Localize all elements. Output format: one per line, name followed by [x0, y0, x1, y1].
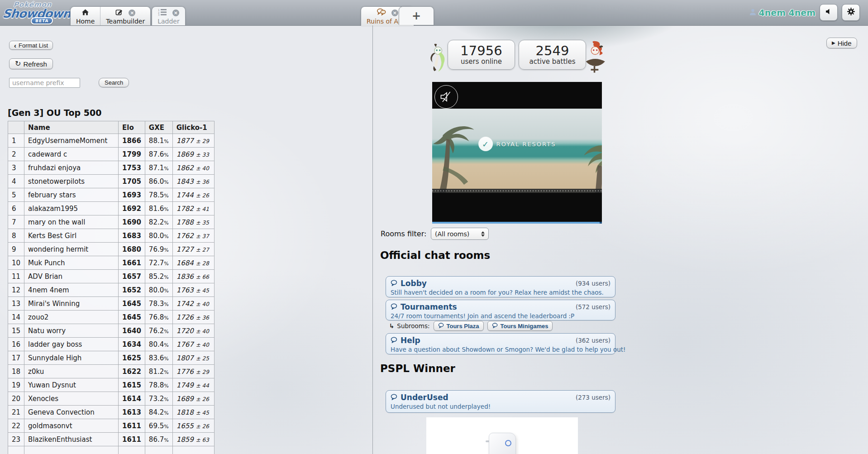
chat-bubble-icon [391, 279, 398, 288]
advertisement-image[interactable] [426, 417, 578, 454]
hide-button[interactable]: ▶ Hide [826, 38, 857, 48]
refresh-label: Refresh [23, 60, 47, 68]
rooms-filter-select[interactable]: (All rooms) [431, 228, 489, 240]
close-icon[interactable]: × [129, 10, 135, 16]
glicko-cell: 1742 ± 40 [172, 297, 214, 311]
rank-cell: 5 [8, 188, 24, 202]
player-name-cell: february stars [24, 188, 119, 202]
gear-icon [847, 8, 855, 17]
sound-button[interactable] [820, 4, 838, 21]
gxe-cell: 80.0% [145, 229, 172, 243]
elo-cell: 1705 [119, 175, 145, 188]
tab-home[interactable]: Home [71, 7, 100, 25]
elo-cell: 1615 [119, 378, 145, 392]
username-text: 4nem 4nem [759, 8, 816, 18]
resort-logo-icon: ✓ [478, 137, 493, 151]
chat-bubble-icon [391, 303, 398, 311]
player-name-cell: ADV Brian [24, 270, 119, 283]
glicko-cell: 1655 ± 26 [172, 419, 214, 433]
room-description: Still haven't decided on a room for you?… [391, 289, 610, 296]
showdown-logo: Pokémon Showdown! BETA [1, 0, 72, 25]
table-row: 11 ADV Brian 1657 85.2% 1836 ± 66 [8, 270, 215, 283]
subroom-button[interactable]: Tours Minigames [487, 321, 553, 331]
table-row-partial [8, 446, 215, 454]
player-name-cell: Natu worry [24, 324, 119, 338]
subroom-label: Tours Minigames [501, 323, 548, 330]
subroom-button[interactable]: Tours Plaza [434, 321, 484, 331]
gxe-cell: 88.1% [145, 134, 172, 148]
room-user-count: (273 users) [576, 394, 610, 401]
gxe-cell: 87.1% [145, 161, 172, 175]
chat-bubble-icon [492, 323, 498, 330]
tab-teambuilder-label: Teambuilder [106, 18, 145, 25]
mute-icon[interactable] [434, 85, 458, 109]
room-card-underused[interactable]: UnderUsed (273 users) Underused but not … [386, 390, 615, 413]
elo-cell: 1661 [119, 256, 145, 270]
subroom-label: Tours Plaza [447, 323, 479, 330]
table-row: 23 BlazikenEnthusiast 1611 86.7% 1859 ± … [8, 433, 215, 446]
elo-cell: 1652 [119, 283, 145, 297]
elo-cell: 1692 [119, 202, 145, 215]
ladder-title: [Gen 3] OU Top 500 [8, 108, 101, 118]
tab-ladder[interactable]: 123 × Ladder [152, 7, 185, 25]
video-progress-bar[interactable] [432, 222, 602, 224]
settings-button[interactable] [842, 4, 860, 21]
room-card-help[interactable]: Help (362 users) Have a question about S… [386, 333, 615, 354]
col-glicko-header: Glicko-1 [172, 121, 214, 134]
gxe-cell: 78.8% [145, 378, 172, 392]
room-card-tournaments[interactable]: Tournaments (572 users) 24/7 room tourna… [386, 300, 615, 320]
video-ticker-strip [432, 189, 602, 193]
meloetta-aria-sprite [426, 43, 453, 74]
active-battles-count: 2549 [536, 44, 569, 57]
ladder-list-icon: 123 [158, 9, 167, 18]
glicko-cell: 1788 ± 35 [172, 215, 214, 229]
room-user-count: (572 users) [576, 303, 610, 311]
ladder-tab-group: 123 × Ladder [152, 6, 186, 25]
rank-cell: 15 [8, 324, 24, 338]
tab-teambuilder[interactable]: × Teambuilder [100, 7, 150, 25]
player-name-cell: wondering hermit [24, 243, 119, 256]
glicko-cell: 1782 ± 41 [172, 202, 214, 215]
close-icon[interactable]: × [391, 10, 398, 16]
rank-cell: 23 [8, 433, 24, 446]
format-list-button[interactable]: ‹ Format List [9, 41, 53, 50]
refresh-button[interactable]: ↻ Refresh [9, 58, 53, 69]
rank-cell: 9 [8, 243, 24, 256]
triangle-right-icon: ▶ [832, 41, 835, 45]
new-tab-button[interactable]: + [399, 7, 434, 25]
rank-cell: 4 [8, 175, 24, 188]
search-button[interactable]: Search [99, 78, 129, 87]
search-label: Search [105, 79, 123, 86]
player-name-cell: zouo2 [24, 311, 119, 324]
table-row: 10 Muk Punch 1661 72.7% 1684 ± 28 [8, 256, 215, 270]
table-row: 8 Kerts Best Girl 1683 80.0% 1762 ± 37 [8, 229, 215, 243]
table-row: 4 stonetowerpilots 1705 86.0% 1843 ± 36 [8, 175, 215, 188]
palm-tree-left [432, 109, 481, 193]
teambuilder-icon [115, 9, 123, 18]
rooms-filter-label: Rooms filter: [381, 229, 426, 238]
gxe-cell: 78.5% [145, 188, 172, 202]
room-user-count: (934 users) [576, 280, 610, 287]
current-username[interactable]: 4nem 4nem [749, 8, 816, 18]
username-prefix-input[interactable] [9, 78, 80, 88]
gxe-cell: 81.2% [145, 365, 172, 378]
users-online-count: 17956 [460, 44, 502, 57]
smart-plug-graphic [489, 433, 516, 454]
player-name-cell: fruhdazi enjoya [24, 161, 119, 175]
room-name: Help [401, 336, 420, 345]
player-name-cell: Yuwan Dysnut [24, 378, 119, 392]
intro-video[interactable]: ✓ ROYAL RESORTS [432, 82, 602, 224]
glicko-cell: 1726 ± 36 [172, 311, 214, 324]
col-rank-header [8, 121, 24, 134]
room-card-lobby[interactable]: Lobby (934 users) Still haven't decided … [386, 276, 615, 297]
col-gxe-header: GXE [145, 121, 172, 134]
glicko-cell: 1776 ± 29 [172, 365, 214, 378]
gxe-cell: 80.4% [145, 338, 172, 351]
close-icon[interactable]: × [172, 10, 179, 16]
glicko-cell: 1807 ± 25 [172, 351, 214, 365]
elo-cell: 1625 [119, 351, 145, 365]
rank-cell: 22 [8, 419, 24, 433]
player-name-cell: Sunnydale High [24, 351, 119, 365]
player-name-cell: mary on the wall [24, 215, 119, 229]
player-name-cell: Mirai's Winning [24, 297, 119, 311]
